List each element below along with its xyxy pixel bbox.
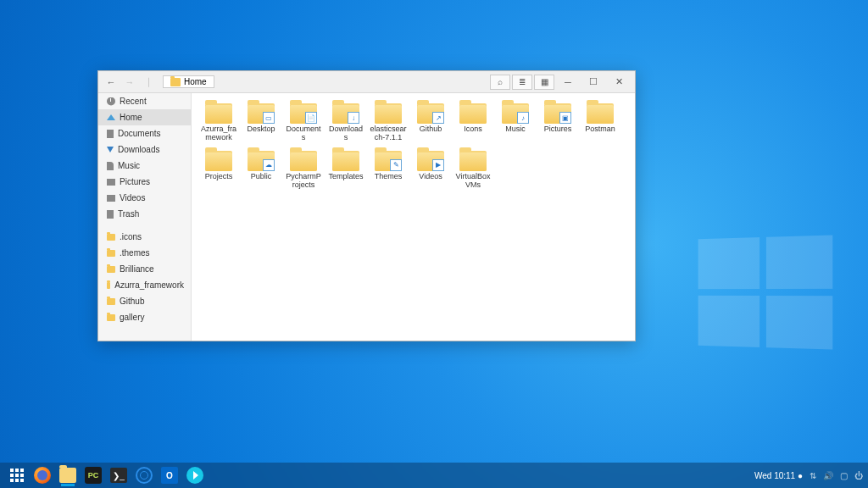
folder-overlay-icon: ▣ [559, 112, 571, 124]
file-item-label: VirtualBox VMs [454, 173, 492, 190]
file-manager-window: ← → ｜ Home ⌕ ≣ ▦ ─ ☐ ✕ RecentHomeDocumen… [97, 70, 636, 341]
sidebar-item-label: Brilliance [120, 264, 154, 274]
view-list-button[interactable]: ≣ [512, 75, 532, 90]
home-icon [107, 114, 115, 120]
taskbar-tray[interactable]: Wed 10:11 ● ⇅ 🔊 ▢ ⏻ [754, 471, 863, 480]
tray-battery-icon[interactable]: ▢ [840, 471, 848, 480]
sidebar-item-label: Recent [120, 97, 147, 106]
music-icon [107, 162, 114, 170]
content-area[interactable]: Azurra_framework▭Desktop📄Documents↓Downl… [192, 93, 635, 341]
folder-icon: ☁ [248, 151, 275, 171]
desktop-windows-logo [698, 235, 833, 349]
sidebar-item-label: Videos [120, 193, 145, 202]
file-item-label: Icons [464, 125, 482, 134]
sidebar-item-trash[interactable]: Trash [98, 206, 191, 222]
file-item-themes[interactable]: ✎Themes [368, 149, 409, 191]
file-item-icons[interactable]: Icons [453, 102, 493, 144]
file-item-templates[interactable]: Templates [326, 149, 366, 191]
sidebar-item-downloads[interactable]: Downloads [98, 141, 191, 158]
file-item-desktop[interactable]: ▭Desktop [241, 102, 281, 144]
file-item-label: Postman [585, 125, 615, 134]
pic-icon [107, 179, 115, 186]
folder-icon [459, 151, 487, 171]
folder-overlay-icon: ▶ [432, 159, 444, 171]
search-button[interactable]: ⌕ [490, 75, 510, 90]
nav-back-button[interactable]: ← [102, 74, 120, 91]
sidebar-bookmark-github[interactable]: Github [98, 293, 191, 309]
home-icon [170, 78, 181, 86]
file-item-projects[interactable]: Projects [198, 149, 239, 191]
window-titlebar[interactable]: ← → ｜ Home ⌕ ≣ ▦ ─ ☐ ✕ [98, 71, 635, 93]
file-item-postman[interactable]: Postman [580, 102, 620, 144]
file-item-public[interactable]: ☁Public [241, 149, 281, 191]
view-grid-button[interactable]: ▦ [534, 75, 554, 90]
folder-icon [290, 151, 317, 171]
tray-power-icon[interactable]: ⏻ [854, 471, 863, 480]
file-item-github[interactable]: ↗Github [410, 102, 451, 144]
folder-icon: ↓ [332, 103, 359, 124]
taskbar: PC ❯_ O Wed 10:11 ● ⇅ 🔊 ▢ ⏻ [0, 463, 868, 488]
window-minimize-button[interactable]: ─ [555, 71, 581, 93]
sidebar-bookmark-brilliance[interactable]: Brilliance [98, 261, 191, 277]
folder-icon [107, 266, 115, 273]
circle-icon [136, 467, 153, 484]
sidebar-item-label: Music [118, 161, 140, 170]
folder-overlay-icon: ✎ [390, 159, 402, 171]
sidebar-item-home[interactable]: Home [98, 109, 191, 125]
sidebar-bookmark-icons[interactable]: .icons [98, 229, 191, 245]
window-maximize-button[interactable]: ☐ [581, 71, 606, 93]
apps-menu-button[interactable] [5, 463, 29, 487]
file-item-azurraframework[interactable]: Azurra_framework [198, 102, 239, 144]
window-close-button[interactable]: ✕ [606, 71, 632, 93]
taskbar-app-files[interactable] [56, 463, 80, 487]
folder-icon [107, 314, 115, 321]
file-item-pycharmprojects[interactable]: PycharmProjects [283, 149, 324, 191]
taskbar-app-circle[interactable] [132, 463, 156, 487]
path-bar[interactable]: Home [163, 75, 214, 88]
folder-icon [375, 103, 402, 124]
folder-icon: ▣ [544, 103, 571, 124]
taskbar-app-media[interactable] [183, 463, 207, 487]
file-item-label: Downloads [327, 125, 364, 142]
sidebar-item-music[interactable]: Music [98, 158, 191, 174]
tray-network-icon[interactable]: ⇅ [810, 471, 816, 480]
nav-forward-button[interactable]: → [120, 74, 139, 91]
sidebar-item-label: .icons [120, 232, 142, 241]
folder-icon [107, 282, 110, 289]
sidebar-item-label: Downloads [118, 145, 159, 154]
sidebar-item-videos[interactable]: Videos [98, 190, 191, 206]
sidebar-bookmark-azurraframework[interactable]: Azurra_framework [98, 277, 191, 293]
taskbar-app-terminal[interactable]: ❯_ [107, 463, 131, 487]
file-item-label: Azurra_framework [200, 125, 237, 142]
apps-grid-icon [10, 469, 24, 482]
taskbar-app-outlook[interactable]: O [158, 463, 181, 487]
sidebar-item-label: Azurra_framework [114, 280, 184, 290]
sidebar-item-pictures[interactable]: Pictures [98, 174, 191, 190]
sidebar-bookmark-themes[interactable]: .themes [98, 245, 191, 261]
folder-icon [332, 151, 359, 171]
tray-volume-icon[interactable]: 🔊 [823, 471, 833, 480]
taskbar-app-firefox[interactable] [31, 463, 54, 487]
file-item-elasticsearch711[interactable]: elasticsearch-7.1.1 [368, 102, 409, 144]
sidebar-item-recent[interactable]: Recent [98, 93, 191, 109]
file-item-documents[interactable]: 📄Documents [283, 102, 324, 144]
file-item-downloads[interactable]: ↓Downloads [326, 102, 366, 144]
folder-icon: ▭ [248, 103, 275, 124]
sidebar-item-label: Github [120, 297, 144, 306]
path-label: Home [184, 77, 207, 86]
file-item-pictures[interactable]: ▣Pictures [537, 102, 578, 144]
sidebar-item-label: Documents [118, 129, 161, 138]
sidebar-bookmark-gallery[interactable]: gallery [98, 309, 191, 325]
file-item-virtualboxvms[interactable]: VirtualBox VMs [453, 149, 493, 191]
folder-icon [587, 103, 614, 124]
clock-label[interactable]: Wed 10:11 ● [754, 471, 803, 480]
file-item-label: Projects [205, 173, 233, 181]
taskbar-app-pycharm[interactable]: PC [81, 463, 105, 487]
file-item-videos[interactable]: ▶Videos [410, 149, 451, 191]
folder-icon: ♪ [502, 103, 529, 124]
files-icon [59, 468, 76, 483]
file-item-music[interactable]: ♪Music [495, 102, 536, 144]
folder-overlay-icon: ☁ [263, 159, 275, 171]
sidebar-item-documents[interactable]: Documents [98, 125, 191, 141]
folder-overlay-icon: 📄 [305, 112, 317, 124]
